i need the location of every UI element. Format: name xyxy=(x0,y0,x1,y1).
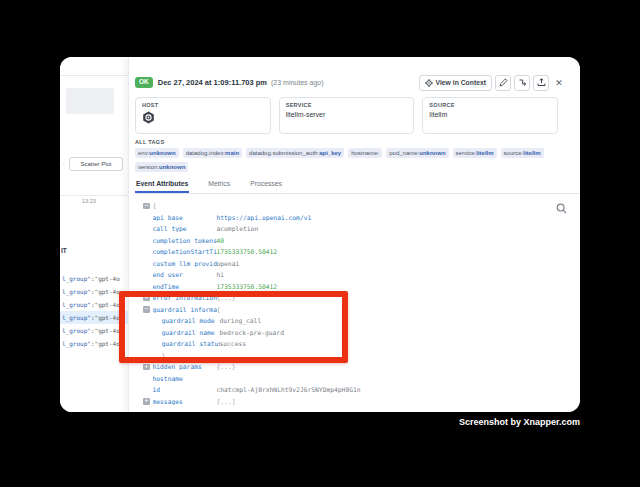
relative-time: (23 minutes ago) xyxy=(271,79,324,86)
background-page: : Scatter Plot 13:23 IT l_group":"gpt-4o… xyxy=(60,57,128,412)
json-key[interactable]: error_information xyxy=(153,294,217,301)
json-key[interactable]: messages xyxy=(153,398,217,405)
edit-button[interactable] xyxy=(495,75,511,91)
row-link-text: l_group" xyxy=(62,275,91,282)
tag-key: datadog.index: xyxy=(186,150,225,156)
legend-placeholder xyxy=(66,88,114,114)
expand-toggle-icon[interactable]: + xyxy=(143,364,150,371)
tag-chip[interactable]: version:unknown xyxy=(135,162,188,172)
related-events-button[interactable] xyxy=(514,75,530,91)
json-attribute-row: completionStartTime1735333750.50412 xyxy=(143,246,570,258)
header-actions: View in Context ✕ xyxy=(419,75,566,91)
x-axis-tick: 13:23 xyxy=(82,198,96,204)
cut-control-fragment: : xyxy=(63,160,65,166)
json-key[interactable]: custom_llm_provider xyxy=(153,260,217,267)
list-item[interactable]: l_group":"gpt-4o xyxy=(60,311,128,324)
json-key[interactable]: api_base xyxy=(153,214,217,221)
event-timestamp: Dec 27, 2024 at 1:09:11.703 pm xyxy=(158,78,267,87)
list-item[interactable]: l_group":"gpt-4o xyxy=(60,298,128,311)
tag-value: litellm xyxy=(476,150,493,156)
json-attribute-row: idchatcmpl-Aj8rxhNLht9v2J6rSNYDmp4pH8G1n xyxy=(143,384,570,396)
json-attribute-row: custom_llm_provideropenai xyxy=(143,258,570,270)
view-in-context-button[interactable]: View in Context xyxy=(419,75,492,91)
json-key[interactable]: completionStartTime xyxy=(153,248,217,255)
pencil-icon xyxy=(499,78,508,87)
json-attribute-row: endTime1735333750.50412 xyxy=(143,281,570,293)
tab-metrics[interactable]: Metrics xyxy=(207,177,231,193)
row-rest-text: :"gpt-4o xyxy=(91,301,120,308)
expand-toggle-icon[interactable]: − xyxy=(143,306,150,313)
close-button[interactable]: ✕ xyxy=(552,75,566,91)
close-icon: ✕ xyxy=(555,78,563,88)
json-key[interactable]: hostname xyxy=(153,375,217,382)
row-rest-text: :"gpt-4o xyxy=(91,288,120,295)
json-attribute-row: guardrail_modeduring_call xyxy=(152,315,570,327)
tag-value: unknown xyxy=(419,150,445,156)
row-rest-text: :"gpt-4o xyxy=(91,340,120,347)
tag-chip[interactable]: source:litellm xyxy=(501,148,544,158)
search-icon[interactable] xyxy=(556,203,567,214)
host-label: HOST xyxy=(142,102,264,108)
service-value: litellm-server xyxy=(286,111,408,118)
tag-chip[interactable]: datadog.index:main xyxy=(183,148,242,158)
json-value: 1735333750.50412 xyxy=(217,248,278,255)
json-key[interactable]: completion_tokens xyxy=(153,237,217,244)
chart-gridline xyxy=(60,195,128,196)
json-attribute-row: +hidden_params{...} xyxy=(143,361,570,373)
all-tags-section: ALL TAGS env:unknowndatadog.index:mainda… xyxy=(135,139,558,172)
json-key[interactable]: guardrail_mode xyxy=(162,317,220,324)
tab-event-attributes[interactable]: Event Attributes xyxy=(135,177,189,193)
event-list: l_group":"gpt-4ol_group":"gpt-4ol_group"… xyxy=(60,272,128,350)
json-key[interactable]: hidden_params xyxy=(153,363,217,370)
panel-header: OK Dec 27, 2024 at 1:09:11.703 pm (23 mi… xyxy=(135,74,566,91)
crosshair-icon xyxy=(425,79,433,87)
json-value[interactable]: https://api.openai.com/v1 xyxy=(217,214,312,221)
json-key[interactable]: guardrail_name xyxy=(162,329,220,336)
scatter-plot-button[interactable]: Scatter Plot xyxy=(69,157,123,171)
json-value: {...} xyxy=(217,363,236,370)
json-attribute-row: completion_tokens40 xyxy=(143,235,570,247)
expand-toggle-icon[interactable]: + xyxy=(143,398,150,405)
expand-toggle-icon[interactable]: + xyxy=(143,295,150,302)
tag-chip[interactable]: env:unknown xyxy=(135,148,179,158)
json-value: openai xyxy=(217,260,240,267)
tag-key: version: xyxy=(138,164,159,170)
tag-chip[interactable]: datadog.submission_auth:api_key xyxy=(246,148,344,158)
tag-value: api_key xyxy=(319,150,341,156)
json-value: 40 xyxy=(217,237,225,244)
tag-chip[interactable]: pod_name:unknown xyxy=(386,148,448,158)
json-value: bedrock-pre-guard xyxy=(220,329,284,336)
list-item[interactable]: l_group":"gpt-4o xyxy=(60,337,128,350)
json-attribute-row: +error_information{...} xyxy=(143,292,570,304)
export-button[interactable] xyxy=(533,75,549,91)
detail-tabs: Event AttributesMetricsProcesses xyxy=(135,177,580,194)
list-item[interactable]: l_group":"gpt-4o xyxy=(60,272,128,285)
json-attribute-row: } xyxy=(152,350,570,362)
source-box[interactable]: SOURCE litellm xyxy=(422,97,558,134)
json-key[interactable]: end_user xyxy=(153,271,217,278)
service-box[interactable]: SERVICE litellm-server xyxy=(279,97,415,134)
json-key[interactable]: guardrail_information xyxy=(153,306,217,313)
host-box[interactable]: HOST xyxy=(135,97,271,134)
json-attribute-row: −{ xyxy=(143,200,570,212)
list-item[interactable]: l_group":"gpt-4o xyxy=(60,324,128,337)
watermark-text: Screenshot by Xnapper.com xyxy=(459,417,580,427)
list-item[interactable]: l_group":"gpt-4o xyxy=(60,285,128,298)
row-link-text: l_group" xyxy=(62,327,91,334)
row-link-text: l_group" xyxy=(62,301,91,308)
json-key[interactable]: guardrail_status xyxy=(162,340,220,347)
tab-processes[interactable]: Processes xyxy=(249,177,283,193)
divider xyxy=(60,75,128,76)
screenshot-stage: : Scatter Plot 13:23 IT l_group":"gpt-4o… xyxy=(0,0,640,487)
tag-key: service: xyxy=(456,150,477,156)
tag-key: env: xyxy=(138,150,149,156)
json-key[interactable]: id xyxy=(153,386,217,393)
tag-chip[interactable]: service:litellm xyxy=(453,148,497,158)
expand-toggle-icon[interactable]: − xyxy=(143,203,150,210)
json-key[interactable]: call_type xyxy=(153,225,217,232)
json-value: { xyxy=(153,202,157,209)
json-key[interactable]: endTime xyxy=(153,283,217,290)
json-attribute-row: +messages[...] xyxy=(143,396,570,408)
tag-chip[interactable]: hostname: xyxy=(348,148,382,158)
export-icon xyxy=(537,78,546,87)
